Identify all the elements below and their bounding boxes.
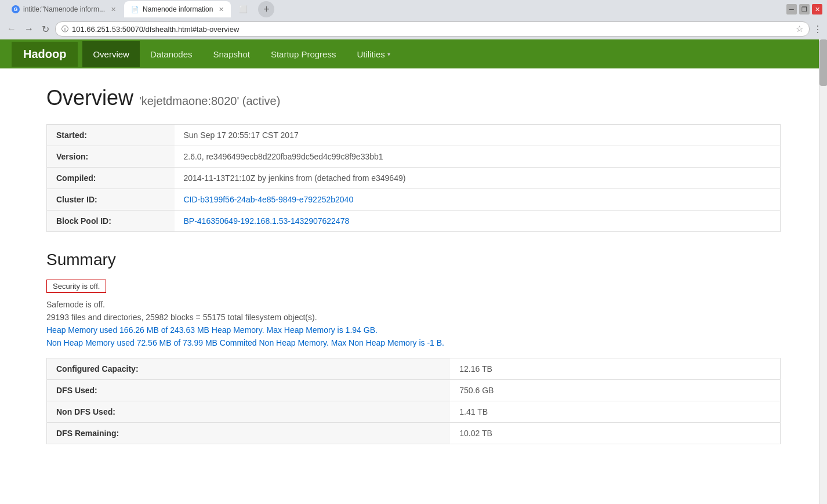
nav-overview[interactable]: Overview	[82, 41, 140, 67]
dfs-remaining-value: 10.02 TB	[450, 423, 780, 444]
chevron-down-icon: ▾	[387, 51, 390, 57]
tab-3-label: ⬜	[239, 5, 248, 13]
table-row: Compiled: 2014-11-13T21:10Z by jenkins f…	[47, 168, 781, 189]
hadoop-navbar: Hadoop Overview Datanodes Snapshot Start…	[0, 39, 827, 68]
table-row: Started: Sun Sep 17 20:55:17 CST 2017	[47, 125, 781, 146]
close-button[interactable]: ✕	[812, 4, 822, 14]
cluster-id-label: Cluster ID:	[47, 189, 175, 211]
version-value: 2.6.0, re3496499ecb8d220fba99dc5ed4c99c8…	[175, 146, 781, 168]
started-value: Sun Sep 17 20:55:17 CST 2017	[175, 125, 781, 146]
forward-button[interactable]: →	[22, 23, 36, 35]
browser-tabs: G intitle:"Namenode inform... ✕ 📄 Nameno…	[5, 1, 274, 17]
compiled-label: Compiled:	[47, 168, 175, 189]
block-pool-link[interactable]: BP-416350649-192.168.1.53-1432907622478	[184, 216, 350, 226]
configured-capacity-label: Configured Capacity:	[47, 358, 451, 380]
block-pool-value: BP-416350649-192.168.1.53-1432907622478	[175, 211, 781, 232]
overview-title-text: Overview	[46, 86, 133, 110]
browser-tab-2[interactable]: 📄 Namenode information ✕	[124, 1, 231, 17]
cluster-id-link[interactable]: CID-b3199f56-24ab-4e85-9849-e792252b2040	[184, 195, 354, 204]
nav-snapshot[interactable]: Snapshot	[203, 41, 260, 67]
bookmark-icon[interactable]: ☆	[796, 24, 803, 34]
version-label: Version:	[47, 146, 175, 168]
browser-tab-1[interactable]: G intitle:"Namenode inform... ✕	[5, 1, 123, 17]
dfs-remaining-label: DFS Remaining:	[47, 423, 451, 444]
table-row: Block Pool ID: BP-416350649-192.168.1.53…	[47, 211, 781, 232]
table-row: DFS Used: 750.6 GB	[47, 380, 781, 401]
minimize-button[interactable]: ─	[786, 4, 797, 14]
scrollbar-thumb[interactable]	[819, 39, 827, 86]
table-row: Non DFS Used: 1.41 TB	[47, 401, 781, 423]
hadoop-brand: Hadoop	[12, 42, 78, 67]
reload-button[interactable]: ↻	[39, 23, 52, 36]
table-row: Configured Capacity: 12.16 TB	[47, 358, 781, 380]
table-row: DFS Remaining: 10.02 TB	[47, 423, 781, 444]
nav-startup-progress[interactable]: Startup Progress	[260, 41, 347, 67]
tab-1-label: intitle:"Namenode inform...	[23, 5, 105, 13]
window-controls: ─ ❐ ✕	[786, 4, 822, 14]
dfs-used-value: 750.6 GB	[450, 380, 780, 401]
table-row: Cluster ID: CID-b3199f56-24ab-4e85-9849-…	[47, 189, 781, 211]
dfs-used-label: DFS Used:	[47, 380, 451, 401]
heap-memory-text: Heap Memory used 166.26 MB of 243.63 MB …	[46, 325, 781, 335]
scrollbar-track[interactable]	[819, 39, 827, 462]
new-tab-button[interactable]: +	[258, 1, 274, 17]
lock-icon: ⓘ	[61, 24, 68, 34]
browser-titlebar: G intitle:"Namenode inform... ✕ 📄 Nameno…	[0, 0, 827, 19]
overview-subtitle: 'kejetdmaone:8020' (active)	[139, 95, 280, 107]
non-heap-memory-text: Non Heap Memory used 72.56 MB of 73.99 M…	[46, 338, 781, 347]
page-content: Overview 'kejetdmaone:8020' (active) Sta…	[0, 68, 827, 462]
page-favicon-icon: 📄	[131, 5, 139, 13]
nav-utilities[interactable]: Utilities ▾	[346, 41, 400, 67]
nav-datanodes[interactable]: Datanodes	[140, 41, 203, 67]
summary-heading: Summary	[46, 251, 781, 269]
tab-2-close-icon[interactable]: ✕	[219, 6, 224, 13]
summary-table: Configured Capacity: 12.16 TB DFS Used: …	[46, 358, 781, 444]
safemode-text: Safemode is off.	[46, 300, 781, 309]
compiled-value: 2014-11-13T21:10Z by jenkins from (detac…	[175, 168, 781, 189]
back-button[interactable]: ←	[5, 23, 19, 35]
overview-heading: Overview 'kejetdmaone:8020' (active)	[46, 86, 781, 110]
non-dfs-used-label: Non DFS Used:	[47, 401, 451, 423]
nav-utilities-label: Utilities	[357, 49, 385, 59]
address-bar[interactable]: ⓘ 101.66.251.53:50070/dfshealth.html#tab…	[55, 21, 810, 37]
block-pool-label: Block Pool ID:	[47, 211, 175, 232]
browser-tab-3[interactable]: ⬜	[232, 1, 255, 17]
browser-addressbar: ← → ↻ ⓘ 101.66.251.53:50070/dfshealth.ht…	[0, 19, 827, 39]
tab-1-close-icon[interactable]: ✕	[111, 6, 116, 13]
table-row: Version: 2.6.0, re3496499ecb8d220fba99dc…	[47, 146, 781, 168]
security-badge: Security is off.	[46, 280, 106, 293]
tab-2-label: Namenode information	[143, 5, 213, 13]
non-dfs-used-value: 1.41 TB	[450, 401, 780, 423]
chrome-menu-icon[interactable]: ⋮	[813, 24, 822, 35]
restore-button[interactable]: ❐	[799, 4, 810, 14]
address-text: 101.66.251.53:50070/dfshealth.html#tab-o…	[72, 25, 792, 34]
g-favicon-icon: G	[12, 5, 20, 13]
overview-table: Started: Sun Sep 17 20:55:17 CST 2017 Ve…	[46, 124, 781, 232]
browser-chrome: G intitle:"Namenode inform... ✕ 📄 Nameno…	[0, 0, 827, 39]
started-label: Started:	[47, 125, 175, 146]
configured-capacity-value: 12.16 TB	[450, 358, 780, 380]
cluster-id-value: CID-b3199f56-24ab-4e85-9849-e792252b2040	[175, 189, 781, 211]
files-text: 29193 files and directories, 25982 block…	[46, 313, 781, 322]
